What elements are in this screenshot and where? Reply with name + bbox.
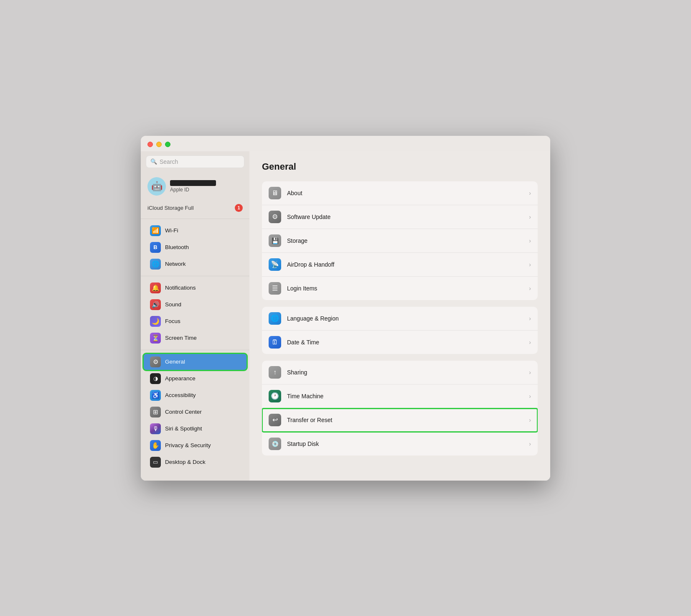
sidebar-item-label: Sound <box>165 301 181 308</box>
sidebar-item-label: Privacy & Security <box>165 442 211 448</box>
general-icon: ⚙ <box>150 356 161 367</box>
login-items-label: Login Items <box>287 285 523 292</box>
traffic-lights <box>147 142 170 147</box>
settings-row-airdrop[interactable]: 📡 AirDrop & Handoff › <box>262 253 538 277</box>
accessibility-icon: ♿ <box>150 390 161 401</box>
sidebar-divider-1 <box>141 219 249 219</box>
sidebar-item-bluetooth[interactable]: B Bluetooth <box>143 239 247 256</box>
screentime-icon: ⏳ <box>150 333 161 344</box>
airdrop-chevron: › <box>529 261 531 268</box>
timemachine-label: Time Machine <box>287 393 523 400</box>
system-preferences-window: 🔍 Search 🤖 Apple ID iCloud Storage Full … <box>141 136 550 481</box>
appearance-icon: ◑ <box>150 373 161 384</box>
sidebar-item-label: Accessibility <box>165 392 196 398</box>
search-input-label: Search <box>160 158 178 165</box>
window-content: 🔍 Search 🤖 Apple ID iCloud Storage Full … <box>141 151 550 481</box>
sidebar-item-label: Appearance <box>165 375 196 382</box>
sidebar-item-label: Bluetooth <box>165 244 189 250</box>
sidebar-item-label: Focus <box>165 318 180 324</box>
sidebar-item-appearance[interactable]: ◑ Appearance <box>143 370 247 387</box>
settings-row-software-update[interactable]: ⚙ Software Update › <box>262 205 538 229</box>
sidebar-section-notifications: 🔔 Notifications 🔊 Sound 🌙 Focus ⏳ Screen… <box>141 278 249 348</box>
storage-chevron: › <box>529 237 531 244</box>
startup-disk-icon: 💿 <box>269 438 281 450</box>
sidebar-item-controlcenter[interactable]: ⊞ Control Center <box>143 404 247 420</box>
sidebar-item-label: Network <box>165 261 186 267</box>
main-content: General 🖥 About › ⚙ Software Update › 💾 … <box>249 151 550 481</box>
apple-id-info: Apple ID <box>170 180 216 193</box>
sidebar-item-notifications[interactable]: 🔔 Notifications <box>143 280 247 296</box>
settings-row-about[interactable]: 🖥 About › <box>262 181 538 205</box>
settings-row-storage[interactable]: 💾 Storage › <box>262 229 538 253</box>
settings-row-language[interactable]: 🌐 Language & Region › <box>262 307 538 331</box>
login-items-icon: ☰ <box>269 282 281 295</box>
settings-group-3: ↑ Sharing › 🕐 Time Machine › ↩ Transfer … <box>262 361 538 456</box>
transfer-icon: ↩ <box>269 414 281 426</box>
sidebar-item-label: Wi-Fi <box>165 227 178 234</box>
desktop-icon: ▭ <box>150 457 161 468</box>
sidebar-item-focus[interactable]: 🌙 Focus <box>143 313 247 330</box>
startup-disk-chevron: › <box>529 440 531 447</box>
sidebar-item-accessibility[interactable]: ♿ Accessibility <box>143 387 247 404</box>
icloud-storage-section[interactable]: iCloud Storage Full 1 <box>141 201 249 217</box>
startup-disk-label: Startup Disk <box>287 440 523 447</box>
sharing-icon: ↑ <box>269 366 281 379</box>
apple-id-label: Apple ID <box>170 187 216 193</box>
network-icon: 🌐 <box>150 259 161 270</box>
bluetooth-icon: B <box>150 242 161 253</box>
sidebar-item-wifi[interactable]: 📶 Wi-Fi <box>143 222 247 239</box>
software-update-icon: ⚙ <box>269 211 281 223</box>
titlebar <box>141 136 550 151</box>
storage-label: Storage <box>287 237 523 244</box>
airdrop-icon: 📡 <box>269 258 281 271</box>
search-icon: 🔍 <box>150 158 157 165</box>
close-button[interactable] <box>147 142 153 147</box>
controlcenter-icon: ⊞ <box>150 407 161 417</box>
about-icon: 🖥 <box>269 187 281 199</box>
sidebar-divider-2 <box>141 276 249 276</box>
sidebar-item-screentime[interactable]: ⏳ Screen Time <box>143 330 247 346</box>
datetime-chevron: › <box>529 339 531 346</box>
apple-id-section[interactable]: 🤖 Apple ID <box>141 174 249 201</box>
about-label: About <box>287 190 523 196</box>
sidebar-item-siri[interactable]: 🎙 Siri & Spotlight <box>143 420 247 437</box>
transfer-reset-label: Transfer or Reset <box>287 417 523 423</box>
sidebar-section-general: ⚙ General ◑ Appearance ♿ Accessibility ⊞… <box>141 352 249 472</box>
sharing-label: Sharing <box>287 369 523 376</box>
timemachine-icon: 🕐 <box>269 390 281 402</box>
settings-group-1: 🖥 About › ⚙ Software Update › 💾 Storage … <box>262 181 538 300</box>
sidebar-item-privacy[interactable]: ✋ Privacy & Security <box>143 437 247 454</box>
airdrop-label: AirDrop & Handoff <box>287 261 523 268</box>
sidebar-item-general[interactable]: ⚙ General <box>143 354 247 370</box>
sidebar-item-label: Notifications <box>165 285 196 291</box>
sidebar-item-network[interactable]: 🌐 Network <box>143 256 247 272</box>
avatar: 🤖 <box>147 177 166 196</box>
settings-row-datetime[interactable]: 🗓 Date & Time › <box>262 331 538 354</box>
maximize-button[interactable] <box>165 142 170 147</box>
settings-row-timemachine[interactable]: 🕐 Time Machine › <box>262 384 538 408</box>
settings-row-sharing[interactable]: ↑ Sharing › <box>262 361 538 384</box>
settings-row-transfer-reset[interactable]: ↩ Transfer or Reset › <box>262 408 538 432</box>
icloud-label: iCloud Storage Full <box>147 205 194 211</box>
search-bar[interactable]: 🔍 Search <box>146 155 244 168</box>
notifications-icon: 🔔 <box>150 283 161 293</box>
sidebar-item-label: General <box>165 359 185 365</box>
settings-group-2: 🌐 Language & Region › 🗓 Date & Time › <box>262 307 538 354</box>
settings-row-login-items[interactable]: ☰ Login Items › <box>262 277 538 300</box>
storage-icon: 💾 <box>269 234 281 247</box>
page-title: General <box>262 161 538 172</box>
transfer-chevron: › <box>529 417 531 423</box>
icloud-badge: 1 <box>235 204 243 212</box>
about-chevron: › <box>529 190 531 196</box>
settings-row-startup-disk[interactable]: 💿 Startup Disk › <box>262 432 538 456</box>
sound-icon: 🔊 <box>150 299 161 310</box>
sidebar-item-label: Siri & Spotlight <box>165 425 202 432</box>
minimize-button[interactable] <box>156 142 162 147</box>
sidebar-divider-3 <box>141 350 249 350</box>
sharing-chevron: › <box>529 369 531 376</box>
sidebar-item-label: Control Center <box>165 409 202 415</box>
sidebar-item-desktop[interactable]: ▭ Desktop & Dock <box>143 454 247 471</box>
sidebar-item-label: Screen Time <box>165 335 197 341</box>
sidebar-item-sound[interactable]: 🔊 Sound <box>143 296 247 313</box>
software-update-chevron: › <box>529 214 531 220</box>
